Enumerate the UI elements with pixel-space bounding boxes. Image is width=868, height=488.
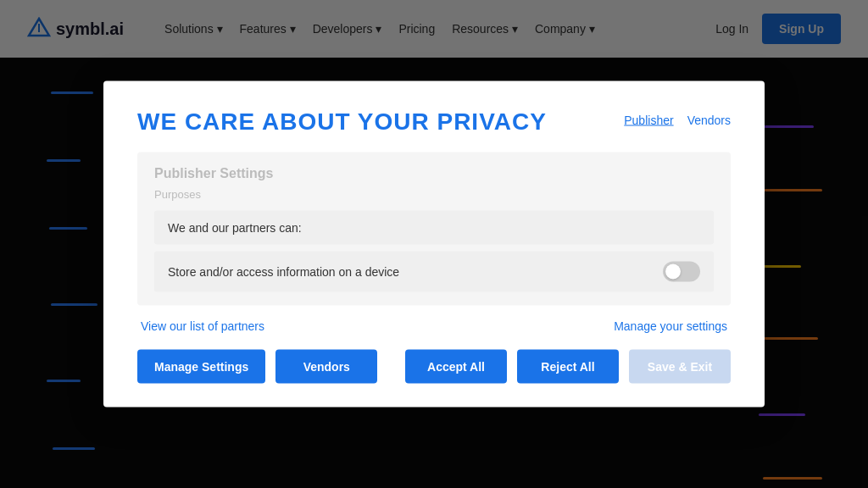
publisher-section-title: Publisher Settings [154,166,714,181]
accept-all-button[interactable]: Accept All [405,350,507,384]
tab-publisher[interactable]: Publisher [624,114,673,127]
manage-settings-button[interactable]: Manage Settings [137,350,265,384]
links-row: View our list of partners Manage your se… [137,319,731,333]
partners-can-label: We and our partners can: [168,221,302,235]
publisher-section: Publisher Settings Purposes We and our p… [137,152,731,306]
view-partners-link[interactable]: View our list of partners [141,319,264,333]
publisher-subtitle: Purposes [154,188,714,201]
modal-tabs: Publisher Vendors [624,114,731,127]
manage-settings-link[interactable]: Manage your settings [614,319,727,333]
vendors-button[interactable]: Vendors [275,350,377,384]
modal-title: WE CARE ABOUT YOUR PRIVACY [137,108,547,136]
store-access-row: Store and/or access information on a dev… [154,252,714,292]
button-row: Manage Settings Vendors Accept All Rejec… [137,350,731,384]
privacy-modal: WE CARE ABOUT YOUR PRIVACY Publisher Ven… [103,81,765,408]
reject-all-button[interactable]: Reject All [517,350,619,384]
partners-header: We and our partners can: [168,221,302,235]
toggle-knob [665,264,681,280]
save-exit-button[interactable]: Save & Exit [629,350,731,384]
store-access-row-inner: Store and/or access information on a dev… [154,252,714,292]
tab-vendors[interactable]: Vendors [687,114,731,127]
partners-row: We and our partners can: [154,211,714,245]
store-access-toggle[interactable] [663,262,700,282]
modal-header: WE CARE ABOUT YOUR PRIVACY Publisher Ven… [137,108,731,136]
store-access-label: Store and/or access information on a dev… [168,265,399,279]
